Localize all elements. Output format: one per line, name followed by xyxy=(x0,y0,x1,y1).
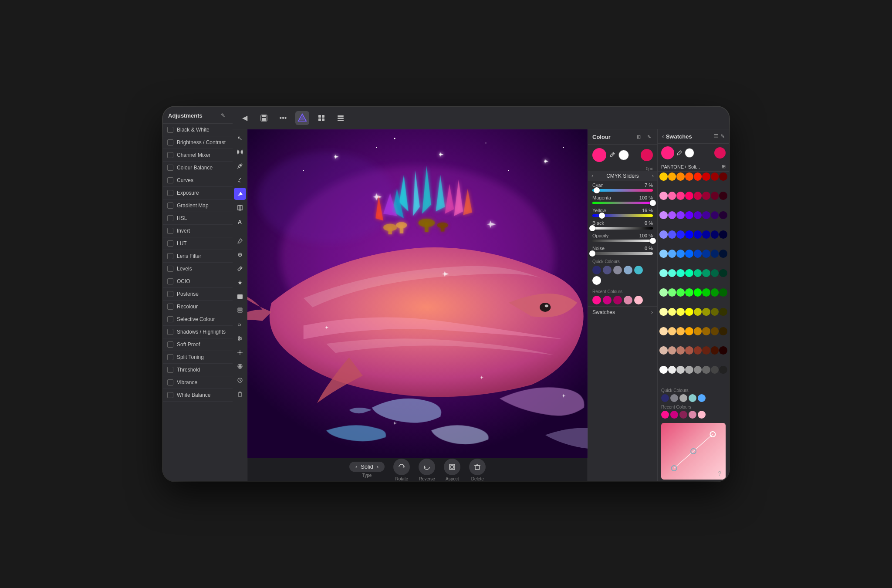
sidebar-item-selective-colour[interactable]: Selective Colour xyxy=(163,313,233,326)
colour-grid-cell-43[interactable] xyxy=(685,269,693,277)
colour-grid-cell-27[interactable] xyxy=(685,230,693,239)
quick-colour-5[interactable] xyxy=(592,276,601,285)
eyedropper-icon[interactable] xyxy=(609,151,616,159)
sidebar-item-checkbox-curves[interactable] xyxy=(167,177,173,183)
colour-grid-cell-45[interactable] xyxy=(702,269,710,277)
sidebar-item-invert[interactable]: Invert xyxy=(163,225,233,237)
colour-grid-cell-76[interactable] xyxy=(694,346,702,355)
colour-grid-cell-1[interactable] xyxy=(668,172,676,181)
colour-grid-cell-26[interactable] xyxy=(676,230,685,239)
text-tool[interactable]: A xyxy=(234,216,246,228)
sp-side-swatch[interactable] xyxy=(714,147,726,159)
sp-quick-colour-0[interactable] xyxy=(661,394,669,402)
sidebar-item-white-balance[interactable]: White Balance xyxy=(163,389,233,402)
colour-grid-cell-7[interactable] xyxy=(719,172,727,181)
colour-grid-cell-58[interactable] xyxy=(676,308,685,316)
sp-quick-colour-4[interactable] xyxy=(698,394,706,402)
colour-grid-cell-3[interactable] xyxy=(685,172,693,181)
colour-grid-cell-17[interactable] xyxy=(668,211,676,220)
colour-grid-cell-69[interactable] xyxy=(702,327,710,335)
colour-settings-icon[interactable]: ✎ xyxy=(645,133,653,141)
recent-colour-4[interactable] xyxy=(634,296,643,304)
colour-grid-cell-4[interactable] xyxy=(694,172,702,181)
colour-grid-cell-0[interactable] xyxy=(659,172,668,181)
adjust-tool[interactable] xyxy=(234,332,246,345)
sidebar-item-posterise[interactable]: Posterise xyxy=(163,288,233,301)
colour-grid-cell-72[interactable] xyxy=(659,346,668,355)
colour-grid-cell-63[interactable] xyxy=(719,308,727,316)
save-button[interactable] xyxy=(257,111,271,125)
fx-tool[interactable]: fx xyxy=(234,318,246,331)
sp-main-swatch[interactable] xyxy=(661,146,674,159)
colour-grid-cell-84[interactable] xyxy=(694,366,702,374)
colour-grid-cell-55[interactable] xyxy=(719,288,727,297)
colour-grid-cell-73[interactable] xyxy=(668,346,676,355)
colour-grid-cell-67[interactable] xyxy=(685,327,693,335)
colour-grid-cell-65[interactable] xyxy=(668,327,676,335)
colour-grid-cell-22[interactable] xyxy=(711,211,719,220)
sidebar-item-ocio[interactable]: OCIO xyxy=(163,275,233,288)
sidebar-item-checkbox-levels[interactable] xyxy=(167,266,173,272)
question-mark-icon[interactable]: ? xyxy=(718,470,721,477)
colour-grid-cell-44[interactable] xyxy=(694,269,702,277)
colour-expand-icon[interactable]: ⊞ xyxy=(635,133,642,141)
recent-colour-0[interactable] xyxy=(592,296,601,304)
sidebar-item-checkbox-soft-proof[interactable] xyxy=(167,341,173,348)
colour-grid-cell-38[interactable] xyxy=(711,250,719,258)
back-button[interactable]: ◀ xyxy=(238,111,252,125)
sidebar-item-threshold[interactable]: Threshold xyxy=(163,364,233,376)
colour-grid-cell-41[interactable] xyxy=(668,269,676,277)
swatches-section[interactable]: Swatches › xyxy=(588,306,657,318)
transform-tool[interactable] xyxy=(234,146,246,158)
colour-grid-cell-78[interactable] xyxy=(711,346,719,355)
side-colour-swatch[interactable] xyxy=(641,149,653,161)
colour-grid-cell-56[interactable] xyxy=(659,308,668,316)
colour-grid-cell-16[interactable] xyxy=(659,211,668,220)
sp-recent-colour-2[interactable] xyxy=(679,411,687,419)
sidebar-item-gradient-map[interactable]: Gradient Map xyxy=(163,199,233,212)
colour-grid-cell-15[interactable] xyxy=(719,192,727,200)
colour-grid-cell-9[interactable] xyxy=(668,192,676,200)
colour-grid-cell-51[interactable] xyxy=(685,288,693,297)
sidebar-item-black-white[interactable]: Black & White xyxy=(163,124,233,136)
colour-grid-cell-36[interactable] xyxy=(694,250,702,258)
sidebar-item-channel-mixer[interactable]: Channel Mixer xyxy=(163,149,233,162)
colour-grid-cell-19[interactable] xyxy=(685,211,693,220)
colour-grid-cell-71[interactable] xyxy=(719,327,727,335)
opacity-slider-track[interactable] xyxy=(592,240,653,242)
colour-grid-cell-74[interactable] xyxy=(676,346,685,355)
sidebar-item-split-toning[interactable]: Split Toning xyxy=(163,351,233,364)
more-button[interactable]: ••• xyxy=(276,111,290,125)
colour-grid-cell-25[interactable] xyxy=(668,230,676,239)
colour-grid-cell-68[interactable] xyxy=(694,327,702,335)
slider-thumb-magenta[interactable] xyxy=(650,200,656,206)
gradient-preview[interactable]: ? xyxy=(661,423,726,480)
canvas-content[interactable] xyxy=(247,129,588,458)
noise-slider-track[interactable] xyxy=(592,252,653,255)
sidebar-item-checkbox-shadows-highlights[interactable] xyxy=(167,329,173,335)
colour-grid-cell-35[interactable] xyxy=(685,250,693,258)
grid-tool[interactable] xyxy=(234,360,246,372)
colour-grid-cell-49[interactable] xyxy=(668,288,676,297)
sidebar-item-checkbox-colour-balance[interactable] xyxy=(167,165,173,171)
pen-tool[interactable] xyxy=(234,160,246,172)
sidebar-item-checkbox-invert[interactable] xyxy=(167,228,173,234)
colour-grid-cell-6[interactable] xyxy=(711,172,719,181)
colour-grid-cell-46[interactable] xyxy=(711,269,719,277)
colour-grid-cell-42[interactable] xyxy=(676,269,685,277)
sp-recent-colour-4[interactable] xyxy=(698,411,706,419)
colour-grid-cell-14[interactable] xyxy=(711,192,719,200)
sidebar-item-curves[interactable]: Curves xyxy=(163,174,233,187)
sp-white-swatch[interactable] xyxy=(685,148,694,158)
wand-tool[interactable] xyxy=(234,277,246,289)
colour-grid-cell-40[interactable] xyxy=(659,269,668,277)
active-tool[interactable] xyxy=(234,188,246,200)
sidebar-item-soft-proof[interactable]: Soft Proof xyxy=(163,338,233,351)
sidebar-item-checkbox-lut[interactable] xyxy=(167,240,173,247)
sp-recent-colour-0[interactable] xyxy=(661,411,669,419)
colour-grid-cell-10[interactable] xyxy=(676,192,685,200)
recent-colour-3[interactable] xyxy=(624,296,632,304)
colour-grid-cell-28[interactable] xyxy=(694,230,702,239)
sidebar-item-levels[interactable]: Levels xyxy=(163,263,233,275)
sidebar-item-checkbox-black-white[interactable] xyxy=(167,127,173,133)
